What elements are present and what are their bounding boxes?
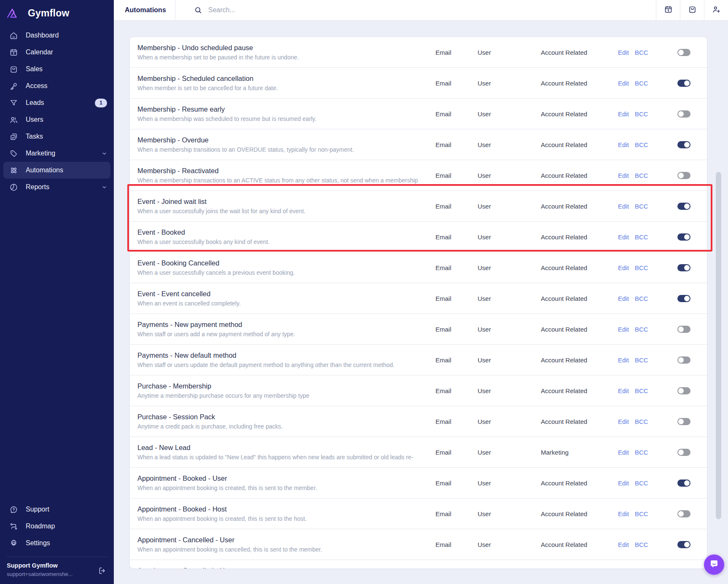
header-actions	[656, 0, 728, 20]
bcc-link[interactable]: BCC	[635, 295, 660, 302]
edit-link[interactable]: Edit	[618, 110, 635, 118]
sidebar-item-tasks[interactable]: Tasks	[3, 128, 110, 145]
enabled-toggle[interactable]	[677, 326, 690, 333]
row-title: Event - Booked	[137, 228, 435, 236]
atom-icon	[9, 166, 19, 175]
sidebar-item-dashboard[interactable]: Dashboard	[3, 27, 110, 44]
sidebar-item-support[interactable]: Support	[3, 501, 110, 518]
bcc-link[interactable]: BCC	[635, 541, 660, 548]
sidebar-item-sales[interactable]: Sales	[3, 61, 110, 78]
edit-link[interactable]: Edit	[618, 264, 635, 271]
toggle-knob	[678, 511, 684, 517]
edit-link[interactable]: Edit	[618, 233, 635, 241]
recipient-cell: User	[478, 110, 541, 118]
row-description: When staff or users add a new payment me…	[137, 331, 435, 338]
bcc-link[interactable]: BCC	[635, 418, 660, 425]
edit-link[interactable]: Edit	[618, 418, 635, 425]
enabled-toggle[interactable]	[677, 233, 690, 241]
sidebar-item-marketing[interactable]: Marketing	[3, 145, 110, 162]
enabled-toggle[interactable]	[677, 387, 690, 394]
search-input[interactable]	[207, 6, 470, 14]
scrollbar-thumb[interactable]	[716, 172, 721, 519]
edit-link[interactable]: Edit	[618, 326, 635, 333]
edit-link[interactable]: Edit	[618, 80, 635, 87]
tag-icon	[9, 149, 19, 158]
sidebar-item-automations[interactable]: Automations	[3, 162, 110, 179]
row-title: Membership - Resume early	[137, 105, 435, 113]
bcc-link[interactable]: BCC	[635, 141, 660, 148]
enabled-toggle[interactable]	[677, 510, 690, 517]
automation-row: Appointment - Booked - Host When an appo…	[130, 498, 707, 529]
bcc-link[interactable]: BCC	[635, 80, 660, 87]
edit-link[interactable]: Edit	[618, 141, 635, 148]
calendar-button[interactable]	[656, 0, 680, 20]
recipient-cell: User	[478, 49, 541, 56]
bcc-link[interactable]: BCC	[635, 480, 660, 487]
bcc-link[interactable]: BCC	[635, 326, 660, 333]
sidebar-item-leads[interactable]: Leads 1	[3, 94, 110, 111]
edit-link[interactable]: Edit	[618, 49, 635, 56]
bcc-link[interactable]: BCC	[635, 233, 660, 241]
bcc-link[interactable]: BCC	[635, 172, 660, 179]
enabled-toggle[interactable]	[677, 203, 690, 210]
edit-link[interactable]: Edit	[618, 295, 635, 302]
enabled-toggle[interactable]	[677, 418, 690, 425]
bcc-link[interactable]: BCC	[635, 510, 660, 517]
edit-link[interactable]: Edit	[618, 510, 635, 517]
enabled-toggle[interactable]	[677, 356, 690, 364]
sidebar-item-users[interactable]: Users	[3, 111, 110, 128]
edit-link[interactable]: Edit	[618, 480, 635, 487]
edit-link[interactable]: Edit	[618, 449, 635, 456]
enabled-toggle[interactable]	[677, 449, 690, 456]
enabled-toggle[interactable]	[677, 172, 690, 179]
row-title: Payments - New payment method	[137, 321, 435, 329]
sidebar-item-roadmap[interactable]: Roadmap	[3, 518, 110, 535]
logout-icon[interactable]	[98, 566, 107, 576]
sidebar-item-reports[interactable]: Reports	[3, 179, 110, 196]
edit-link[interactable]: Edit	[618, 356, 635, 364]
row-description: Anytime a membership purchase occurs for…	[137, 392, 435, 399]
category-cell: Account Related	[541, 110, 618, 118]
edit-link[interactable]: Edit	[618, 203, 635, 210]
enabled-toggle[interactable]	[677, 110, 690, 118]
enabled-toggle[interactable]	[677, 295, 690, 302]
bcc-link[interactable]: BCC	[635, 264, 660, 271]
enabled-toggle[interactable]	[677, 49, 690, 56]
automation-row: Payments - New default method When staff…	[130, 345, 707, 375]
add-user-button[interactable]	[704, 0, 728, 20]
bcc-link[interactable]: BCC	[635, 49, 660, 56]
toggle-knob	[678, 419, 684, 424]
bcc-link[interactable]: BCC	[635, 356, 660, 364]
toggle-knob	[678, 327, 684, 332]
app-name: Gymflow	[28, 8, 70, 19]
enabled-toggle[interactable]	[677, 80, 690, 87]
sidebar-item-access[interactable]: Access	[3, 78, 110, 94]
row-title: Appointment - Cancelled - Host	[137, 567, 435, 569]
sidebar-item-settings[interactable]: Settings	[3, 535, 110, 552]
sidebar-item-calendar[interactable]: Calendar	[3, 44, 110, 61]
enabled-toggle[interactable]	[677, 541, 690, 548]
tab-automations[interactable]: Automations	[114, 0, 175, 20]
bcc-link[interactable]: BCC	[635, 387, 660, 394]
bcc-link[interactable]: BCC	[635, 203, 660, 210]
edit-link[interactable]: Edit	[618, 172, 635, 179]
category-cell: Account Related	[541, 418, 618, 425]
app-logo[interactable]: Gymflow	[0, 0, 114, 25]
channel-cell: Email	[435, 326, 478, 333]
toggle-knob	[684, 204, 690, 209]
edit-link[interactable]: Edit	[618, 387, 635, 394]
bcc-link[interactable]: BCC	[635, 449, 660, 456]
category-cell: Account Related	[541, 172, 618, 179]
toggle-knob	[684, 234, 690, 240]
enabled-toggle[interactable]	[677, 264, 690, 271]
enabled-toggle[interactable]	[677, 141, 690, 148]
toggle-knob	[678, 111, 684, 117]
shopping-button[interactable]	[680, 0, 704, 20]
automation-list: Membership - Undo scheduled pause When a…	[130, 37, 707, 569]
row-title: Appointment - Cancelled - User	[137, 536, 435, 544]
bcc-link[interactable]: BCC	[635, 110, 660, 118]
enabled-toggle[interactable]	[677, 480, 690, 487]
chat-launcher-button[interactable]	[704, 555, 724, 575]
toggle-knob	[678, 173, 684, 178]
edit-link[interactable]: Edit	[618, 541, 635, 548]
